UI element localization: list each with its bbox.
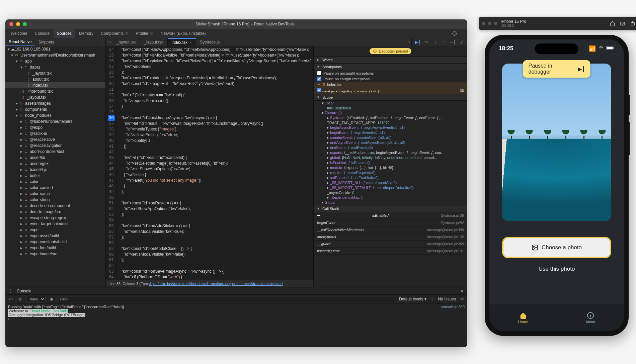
tree-project[interactable]: ▾🗀Users/amanhimself/Desktop/stickersmash (5, 52, 105, 58)
tree-file-active[interactable]: ▯index.tsx (5, 82, 105, 88)
tree-folder[interactable]: ▸🗀assets/images (5, 100, 105, 106)
tree-tabs[interactable]: ▾🗀(tabs) (5, 64, 105, 70)
more-icon[interactable]: ⋮ (459, 30, 465, 37)
tree-node-modules[interactable]: ▾🗀node_modules (5, 112, 105, 118)
side-button[interactable] (629, 95, 630, 115)
source-link[interactable]: &platform=ios&dev=true&hot=false&transfo… (149, 282, 283, 286)
scope-entry[interactable]: _asyncCookie: 0 (314, 190, 467, 195)
line-gutter[interactable]: 2425262728293031323334353637383940414243… (106, 46, 116, 280)
sidebar-toggle-icon[interactable]: ▭ (7, 296, 14, 302)
tab-console[interactable]: Console (31, 29, 53, 38)
scope-entry[interactable]: ▸ global: {NaN: NaN, Infinity: Infinity,… (314, 155, 467, 160)
file-tab-layout1[interactable]: _layout.tsx (112, 38, 140, 46)
callstack-frame[interactable]: beginEventSystrace.js:52 (314, 219, 467, 226)
settings-icon[interactable] (451, 30, 458, 37)
tree-folder[interactable]: ▸🗀ansi-regex (5, 161, 105, 167)
callstack-frame[interactable]: ➡ isEnabledSystrace.js:36 (314, 212, 467, 219)
step-icon[interactable]: →┃ (449, 39, 456, 46)
log-levels-select[interactable]: Default levels ▾ (399, 297, 426, 301)
tree-folder[interactable]: ▸🗀@react-navigation (5, 143, 105, 149)
live-expression-icon[interactable]: ◉ (48, 296, 55, 302)
tab-memory[interactable]: Memory (76, 29, 97, 38)
file-tab-layout2[interactable]: _layout.tsx (140, 38, 167, 46)
choose-photo-button[interactable]: Choose a photo (502, 237, 611, 258)
tab-home[interactable]: Home (489, 304, 557, 331)
tree-file[interactable]: ▯_layout.tsx (5, 94, 105, 100)
scope-entry[interactable]: ▸ module: {exports: {…}, hot: {…}, id: 4… (314, 165, 467, 170)
tab-profiler[interactable]: Profiler ⚛ (133, 29, 157, 38)
close-icon[interactable]: × (459, 288, 465, 294)
scope-entry[interactable]: ▸ endEvent: ƒ endEvent(a0) (314, 145, 467, 150)
scope-global[interactable]: ▸ Global (314, 200, 467, 205)
section-scope[interactable]: ▾Scope (314, 94, 467, 101)
scope-entry[interactable]: ▸ _$$_IMPORT_ALL: ƒ metroImportAll(a0) (314, 180, 467, 185)
more-icon[interactable]: ⋮ (7, 288, 14, 294)
tree-folder[interactable]: ▸🗀expo (5, 227, 105, 233)
code-content[interactable]: "kw">const ["id">showAppOptions, "id">se… (116, 46, 313, 280)
share-icon[interactable] (629, 20, 636, 27)
toggle-navigator-icon[interactable]: ▭ (106, 39, 112, 46)
scope-entry[interactable]: TRACE_TAG_REACT_APPS: 131072 (314, 120, 467, 125)
tree-root[interactable]: ▾☁ 192.168.0.105:8081 (5, 46, 105, 52)
minimize-window-icon[interactable] (16, 22, 20, 26)
file-tab-index[interactable]: index.tsx× (168, 38, 196, 46)
scope-entry[interactable]: ▸ counterEvent: ƒ counterEvent(a0, a1) (314, 135, 467, 140)
scope-entry[interactable]: ▸ endAsyncEvent: ƒ endAsyncEvent(a0, a1,… (314, 140, 467, 145)
scope-entry[interactable]: ▸ Systrace: {isEnabled: ƒ, setEnabled: ƒ… (314, 115, 467, 120)
resume-icon[interactable]: ▶┃ (578, 66, 585, 72)
callstack-frame[interactable]: flushedQueueMessageQueue.js:131 (314, 248, 467, 255)
tab-components[interactable]: Components ⚛ (97, 29, 132, 38)
scope-entry[interactable]: ▸ setEnabled: ƒ setEnabled(a0) (314, 175, 467, 180)
more-icon[interactable]: ⋮ (99, 39, 105, 46)
bp-uncaught[interactable]: Pause on uncaught exceptions (314, 70, 467, 76)
tree-folder[interactable]: ▸🗀color-string (5, 197, 105, 203)
tree-folder[interactable]: ▸🗀dom-to-image/src (5, 209, 105, 215)
context-select[interactable]: main (26, 296, 46, 302)
side-button[interactable] (629, 122, 630, 155)
tab-sources[interactable]: Sources (54, 29, 75, 38)
file-tab-systrace[interactable]: Systrace.js (196, 38, 224, 46)
tree-app[interactable]: ▾🗀app (5, 58, 105, 64)
scope-entry[interactable]: ▸ beginAsyncEvent: ƒ beginAsyncEvent(a0,… (314, 125, 467, 130)
tab-welcome[interactable]: Welcome (7, 29, 31, 38)
tree-folder[interactable]: ▸🗀@react-native (5, 136, 105, 143)
callstack-frame[interactable]: __callReactNativeMicrotasksMessageQueue.… (314, 226, 467, 234)
scope-entry[interactable]: ▸ _$$_IMPORT_DEFAULT: ƒ metroImportDefau… (314, 185, 467, 190)
tree-folder[interactable]: ▸🗀anser/lib (5, 155, 105, 161)
use-this-photo-button[interactable]: Use this photo (489, 266, 624, 272)
tree-file[interactable]: ▯+not-found.tsx (5, 88, 105, 94)
section-callstack[interactable]: ▾Call Stack (314, 205, 467, 212)
scope-entry[interactable]: ▸ exports: {__esModule: true, beginAsync… (314, 150, 467, 155)
tab-about[interactable]: About (557, 304, 624, 331)
scope-entry[interactable]: ▸ require: ƒ metroRequire(a0) (314, 170, 467, 175)
tree-folder[interactable]: ▸🗀@babel/runtime/helpers (5, 118, 105, 124)
tree-folder[interactable]: ▸🗀decode-uri-component (5, 203, 105, 209)
show-more-icon[interactable]: ▭ (405, 39, 411, 46)
section-watch[interactable]: ▸Watch (314, 56, 467, 63)
console-output[interactable]: console.js:589Running "main" with {"root… (5, 303, 467, 347)
screenshot-icon[interactable] (619, 20, 626, 27)
tree-folder[interactable]: ▸🗀color (5, 179, 105, 185)
scope-entry[interactable]: ▸ _dependencyMap: [] (314, 195, 467, 200)
scope-entry[interactable]: ▸ beginEvent: ƒ beginEvent(a0, a1) (314, 130, 467, 135)
drawer-tab-console[interactable]: Console (17, 289, 31, 293)
tree-folder[interactable]: ▸🗀escape-string-regexp (5, 215, 105, 221)
tree-folder[interactable]: ▸🗀base64-js (5, 167, 105, 173)
scope-local[interactable]: ▾ Local (314, 101, 467, 106)
tab-network[interactable]: Network (Expo, unstable) (157, 29, 209, 38)
deactivate-breakpoints-icon[interactable]: ⬚̸ (458, 39, 465, 46)
close-window-icon[interactable] (9, 22, 13, 26)
subtab-react-native[interactable]: React Native (5, 38, 35, 46)
callstack-frame[interactable]: anonymousMessageQueue.js:132 (314, 234, 467, 241)
tree-folder[interactable]: ▸🗀event-target-shim/dist (5, 221, 105, 227)
step-over-icon[interactable]: ↷ (423, 39, 430, 46)
tree-file[interactable]: ▯_layout.tsx (5, 70, 105, 76)
close-icon[interactable]: × (189, 40, 191, 44)
tree-folder[interactable]: ▸🗀color-convert (5, 185, 105, 191)
issues-indicator[interactable]: No Issues (438, 297, 456, 301)
console-filter-input[interactable] (58, 296, 396, 302)
bp-file-row[interactable]: ▾▯index.tsx (314, 82, 467, 87)
callstack-frame[interactable]: __guardMessageQueue.js:365 (314, 241, 467, 248)
resume-icon[interactable]: ▶┃ (414, 39, 421, 46)
tree-file[interactable]: ▯about.tsx (5, 76, 105, 82)
